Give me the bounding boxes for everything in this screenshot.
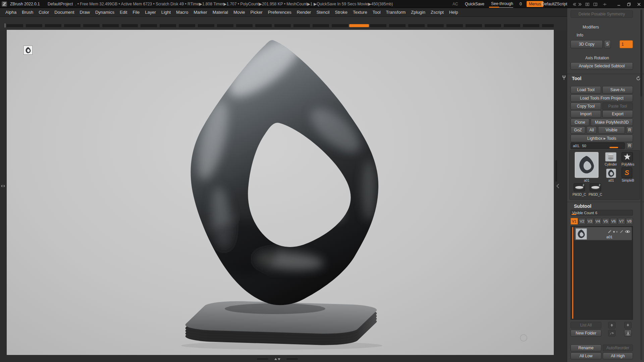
tool-thumbnail-pm3d-left[interactable]: 2 [574,183,585,191]
slash-toggle-icon[interactable] [620,230,623,233]
tab-v8[interactable]: V8 [626,218,633,225]
modifiers-section-header[interactable]: Modifiers [583,25,599,29]
close-icon[interactable] [637,2,641,6]
menu-stencil[interactable]: Stencil [314,8,332,16]
polypaint-dot-icon[interactable] [613,231,615,233]
menu-dynamics[interactable]: Dynamics [93,8,117,16]
menu-tool[interactable]: Tool [370,8,383,16]
tool-palette-restore-icon[interactable] [636,76,641,82]
tray-scrollbar-thumb[interactable] [640,9,642,97]
left-tray-divider-arrows[interactable] [1,183,5,189]
canvas-scroll-left-bar[interactable] [257,358,268,360]
subtool-palette-header[interactable]: Subtool [574,203,591,209]
insert-subtool-button[interactable] [624,330,632,337]
menu-zplugin[interactable]: Zplugin [408,8,428,16]
menu-alpha[interactable]: Alpha [3,8,19,16]
tool-slider-r-button[interactable]: R [626,142,633,149]
info-section-header[interactable]: Info [577,33,583,38]
delete-posable-symmetry-button[interactable]: Delete Posable Symmetry [571,10,633,18]
tab-v6[interactable]: V6 [610,218,618,225]
doc-nav-right-icon[interactable] [578,2,582,6]
menu-transform[interactable]: Transform [383,8,409,16]
tray-scrollbar[interactable] [640,9,642,360]
menu-brush[interactable]: Brush [19,8,36,16]
lightbox-tools-button[interactable]: Lightbox ▶ Tools [571,135,633,142]
tool-thumbnail-pm3d-right[interactable]: 2 [590,183,601,191]
tool-palette-header[interactable]: Tool [572,76,582,81]
tab-v4[interactable]: V4 [594,218,602,225]
eye-visibility-icon[interactable] [625,229,630,235]
tab-v5[interactable]: V5 [602,218,609,225]
copy-tool-button[interactable]: Copy Tool [571,103,601,110]
stroke-preview-thumbnail[interactable] [23,46,33,55]
all-low-button[interactable]: All Low [571,353,601,359]
sculpture-3d-model[interactable] [7,30,554,355]
tray-divider-icon[interactable] [562,75,566,81]
tool-slider-handle[interactable] [609,147,618,148]
save-as-button[interactable]: Save As [602,86,633,94]
3d-copy-count-input[interactable]: 1 [620,40,633,48]
menu-edit[interactable]: Edit [117,8,130,16]
menu-layer[interactable]: Layer [142,8,159,16]
goz-visible-button[interactable]: Visible [598,126,625,134]
menu-file[interactable]: File [130,8,142,16]
duplicate-subtool-button[interactable] [608,330,615,337]
menu-draw[interactable]: Draw [77,8,93,16]
all-high-button[interactable]: All High [603,353,633,359]
menu-material[interactable]: Material [210,8,231,16]
axis-rotation-section-header[interactable]: Axis Rotation [585,56,609,60]
tool-thumbnail-simplebrush[interactable]: S [622,167,632,178]
expand-view-icon[interactable] [602,2,607,6]
paste-tool-button[interactable]: Paste Tool [602,103,633,110]
menu-movie[interactable]: Movie [231,8,248,16]
menu-zscript[interactable]: Zscript [428,8,446,16]
symmetry-s-button[interactable]: S [604,40,611,48]
goz-button[interactable]: GoZ [571,126,585,134]
tool-thumbnail-cylinder[interactable] [605,152,616,162]
menus-toggle-button[interactable]: Menus [527,1,543,7]
analyze-selected-subtool-button[interactable]: Analyze Selected Subtool [571,62,633,70]
tab-v3[interactable]: V3 [586,218,594,225]
visible-count-slider[interactable]: Visible Count 6 [571,210,633,216]
doc-nav-left-icon[interactable] [572,2,577,6]
rename-button[interactable]: Rename [571,345,601,351]
menu-color[interactable]: Color [36,8,52,16]
menu-marker[interactable]: Marker [191,8,210,16]
shelf-divider-active-tick[interactable] [349,24,369,27]
make-polymesh3d-button[interactable]: Make PolyMesh3D [591,119,633,126]
tool-name-slider[interactable]: a01. 50 [571,142,625,149]
default-zscript-button[interactable]: DefaultZScript [542,0,567,8]
tab-v2[interactable]: V2 [579,218,586,225]
menu-help[interactable]: Help [446,8,461,16]
subtool-list-scrollbar[interactable] [572,227,573,319]
menu-render[interactable]: Render [294,8,314,16]
tray-collapse-arrow[interactable] [556,184,559,190]
polypaint-half-dot-icon[interactable] [616,231,618,233]
load-tools-from-project-button[interactable]: Load Tools From Project [571,95,633,102]
layout-panels-icon[interactable] [593,2,598,6]
visible-count-handle[interactable] [572,214,576,215]
quicksave-button[interactable]: QuickSave [465,0,484,8]
load-tool-button[interactable]: Load Tool [571,86,601,94]
menu-macro[interactable]: Macro [173,8,191,16]
list-all-button[interactable]: List All [571,322,601,328]
canvas-scroll-right-bar[interactable] [286,358,298,360]
tab-v1[interactable]: V1 [571,218,578,225]
3d-copy-button[interactable]: 3D Copy [571,40,603,48]
move-subtool-up-button[interactable] [608,322,615,328]
canvas-vertical-scrollbar[interactable] [555,160,557,182]
autoreorder-button[interactable]: AutoReorder [603,345,633,351]
import-button[interactable]: Import [571,110,601,118]
subtool-list-item-selected[interactable]: a01 [574,227,632,240]
tool-thumbnail-a01-selected[interactable] [575,152,598,178]
new-folder-button[interactable]: New Folder [571,330,601,337]
menu-preferences[interactable]: Preferences [265,8,294,16]
goz-r-button[interactable]: R [626,126,633,134]
tool-thumbnail-polymesh-star[interactable] [622,152,633,162]
clone-button[interactable]: Clone [571,119,589,126]
menu-texture[interactable]: Texture [350,8,370,16]
canvas-zoom-arrows-icon[interactable] [273,358,282,361]
tab-v7[interactable]: V7 [618,218,625,225]
menu-document[interactable]: Document [52,8,77,16]
move-subtool-down-button[interactable] [624,322,632,328]
